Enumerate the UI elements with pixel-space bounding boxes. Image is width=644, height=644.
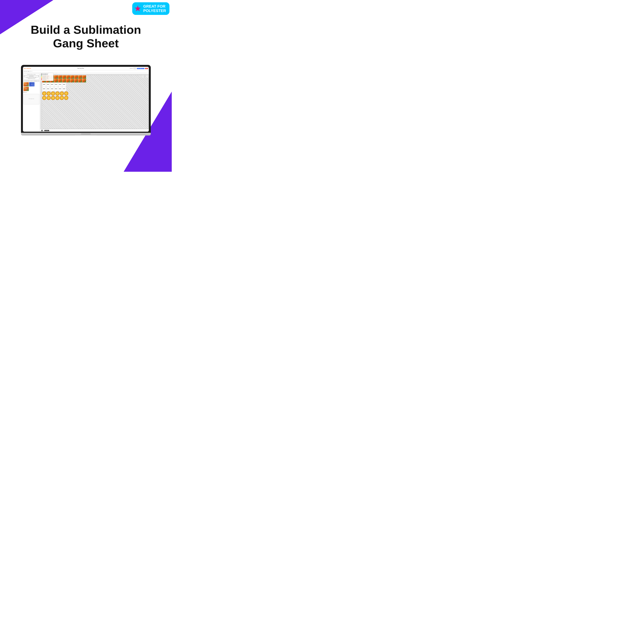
add-layer-button[interactable]: + [41, 130, 43, 131]
zoom-level: 100% [142, 76, 144, 77]
mickey-tile-6: MICKEY [62, 83, 66, 87]
quick-tile-7 [66, 75, 70, 79]
zoom-out-button[interactable]: - [140, 75, 142, 77]
circle-tile-6 [64, 91, 68, 96]
dot-optimal [41, 76, 42, 76]
thumbnail-2[interactable] [29, 82, 35, 86]
margin-label: Margin [28, 71, 30, 72]
gang-sheet: MICKEY MICKEY MICKEY MICKEY MICKEY MICKE… [42, 75, 148, 129]
circle-tile-5 [60, 91, 64, 96]
laptop-notch [81, 134, 91, 135]
from-gallery-button[interactable]: From Gallery [32, 80, 39, 82]
quick-tiles-row-2 [42, 79, 148, 82]
overlapping-label: Show Overlapping Lines [42, 73, 48, 74]
quick-tile-r2-5 [58, 79, 62, 82]
dot-overlapping [41, 79, 42, 80]
left-sidebar: Drag & drop a file here, or click to ⬆ U… [23, 73, 40, 132]
laptop-screen: QUICK TRANSFERS New Gang Sheet Quantity:… [23, 67, 149, 132]
dot-good [41, 77, 42, 77]
add-text-label[interactable]: Add Text [25, 92, 27, 93]
laptop-base [21, 133, 151, 135]
res-bad: Bad Resolution >= 150 dpi [41, 77, 53, 78]
thumbnail-3[interactable] [23, 87, 29, 91]
sheet-name[interactable]: New Gang Sheet [77, 68, 84, 69]
toolbar-center: New Gang Sheet [32, 68, 129, 69]
circle-tile-r2-6 [64, 96, 68, 100]
app-toolbar: QUICK TRANSFERS New Gang Sheet Quantity:… [23, 67, 149, 70]
quick-tile-11 [82, 75, 86, 79]
zoom-controls: - 100% + 9.07% [140, 75, 148, 77]
heading-line1: Build a Sublimation [0, 23, 172, 36]
image-source-buttons: From My Images From Gallery [23, 80, 39, 82]
zoom-secondary: 9.07% [146, 76, 148, 77]
sub-toolbar: 22in X 24in Margin 0.5 in [23, 70, 149, 73]
quick-tile-r2-11 [82, 79, 86, 82]
upload-hint: Drag & drop a file here, or click to [24, 74, 39, 75]
circle-tile-r2-3 [51, 96, 55, 100]
save-add-to-cart-button[interactable]: Save & Add to Cart [137, 68, 145, 69]
upload-area: Drag & drop a file here, or click to ⬆ U… [23, 73, 39, 80]
quick-tile-r2-8 [70, 79, 74, 82]
auto-build-button[interactable]: Auto Build [44, 130, 49, 131]
circle-tile-r2-4 [55, 96, 60, 100]
circle-tile-1 [42, 91, 46, 96]
laptop-mockup: QUICK TRANSFERS New Gang Sheet Quantity:… [21, 65, 151, 135]
mickey-tile-1: MICKEY [42, 83, 46, 87]
mickey-tile-5: MICKEY [58, 83, 62, 87]
dot-terrible [41, 78, 42, 79]
quick-tile-8 [70, 75, 74, 79]
quick-tile-6 [62, 75, 66, 79]
main-area: Drag & drop a file here, or click to ⬆ U… [23, 73, 149, 132]
mickey-tile-2: MICKEY [46, 83, 50, 87]
quick-tile-r2-9 [74, 79, 78, 82]
mickey-tile-4: MICKEY [54, 83, 58, 87]
canvas-area[interactable]: 246810121416182022 - 100% + 9.07% [40, 73, 149, 132]
circle-tiles-row-1 [42, 91, 148, 96]
sheet-size: 22in X 24in [24, 71, 27, 72]
canvas-inner[interactable]: MICKEY MICKEY MICKEY MICKEY MICKEY MICKE… [42, 75, 148, 129]
quick-tile-5 [58, 75, 62, 79]
close-button[interactable]: Close [145, 68, 148, 69]
from-my-images-button[interactable]: From My Images [23, 80, 31, 82]
upload-image-button[interactable]: ⬆ Upload Image [24, 75, 39, 77]
resolution-legend: Optimal Resolution >= 300 dpi Good Resol… [41, 76, 53, 80]
res-overlapping: Overlapping images [41, 79, 53, 80]
app-logo: QUICK TRANSFERS [24, 68, 31, 69]
circle-tile-r2-5 [60, 96, 64, 100]
main-heading: Build a Sublimation Gang Sheet [0, 23, 172, 50]
quick-tile-4 [54, 75, 58, 79]
great-for-polyester-badge: ★ GREAT FOR POLYESTER [132, 2, 169, 15]
margin-value[interactable]: 0.5 [30, 71, 31, 72]
checkbox-overlapping[interactable] [41, 73, 42, 74]
bottom-bar: + Auto Build [40, 129, 149, 132]
laptop-lid: QUICK TRANSFERS New Gang Sheet Quantity:… [21, 65, 151, 133]
checklist-overlay: Show Overlapping Lines Show Resolution L… [40, 73, 53, 81]
mickey-tile-r2-1: MICKEY [42, 87, 46, 91]
select-object-hint: Select an object to edit. [24, 98, 39, 99]
badge-label: GREAT FOR POLYESTER [143, 4, 166, 13]
mickey-tile-r2-6: MICKEY [62, 87, 66, 91]
dot-bad [41, 77, 42, 78]
zoom-in-button[interactable]: + [144, 75, 146, 77]
circle-tile-2 [47, 91, 51, 96]
thumbnail-row-1 [23, 82, 39, 91]
heading-line2: Gang Sheet [0, 36, 172, 50]
check-item-resolution: Show Resolution Lines [41, 74, 53, 75]
quick-tile-r2-6 [62, 79, 66, 82]
star-icon: ★ [134, 5, 141, 13]
mickey-tiles-row-1: MICKEY MICKEY MICKEY MICKEY MICKEY MICKE… [42, 83, 148, 87]
checkbox-resolution[interactable] [41, 74, 42, 75]
upload-icon: ⬆ [29, 76, 30, 77]
unit-label: in [32, 71, 32, 72]
circle-tile-3 [51, 91, 55, 96]
mickey-tile-r2-5: MICKEY [58, 87, 62, 91]
circle-tile-r2-2 [47, 96, 51, 100]
text-icon: T [23, 92, 24, 93]
quantity-input[interactable]: 1 [133, 68, 136, 69]
res-good: Good Resolution >= 200 dpi [41, 77, 53, 77]
thumbnail-1[interactable] [23, 82, 29, 86]
format-hint: Supported formats: png, jpg [24, 78, 39, 79]
mickey-tile-r2-4: MICKEY [54, 87, 58, 91]
mickey-tile-3: MICKEY [50, 83, 54, 87]
res-optimal: Optimal Resolution >= 300 dpi [41, 76, 53, 76]
